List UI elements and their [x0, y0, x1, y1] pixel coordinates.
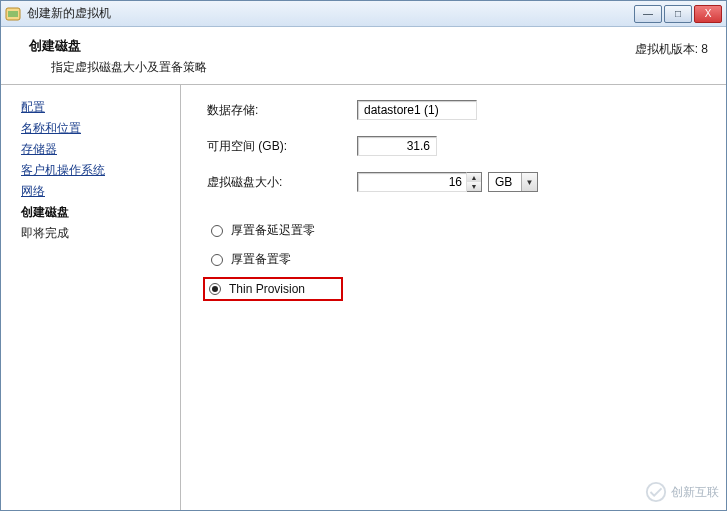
radio-dot-icon	[212, 286, 218, 292]
sidebar-item-ready-complete: 即将完成	[21, 223, 180, 244]
page-title: 创建磁盘	[29, 37, 207, 55]
radio-label-thick-eager: 厚置备置零	[231, 251, 291, 268]
radio-icon	[211, 254, 223, 266]
spin-down-icon[interactable]: ▼	[467, 182, 481, 191]
spin-up-icon[interactable]: ▲	[467, 173, 481, 182]
row-datastore: 数据存储: datastore1 (1)	[207, 99, 706, 121]
radio-label-thin: Thin Provision	[229, 282, 305, 296]
sidebar-item-guest-os[interactable]: 客户机操作系统	[21, 163, 105, 177]
radio-icon	[211, 225, 223, 237]
app-icon	[5, 6, 21, 22]
radio-label-thick-lazy: 厚置备延迟置零	[231, 222, 315, 239]
sidebar-item-name-location[interactable]: 名称和位置	[21, 121, 81, 135]
titlebar: 创建新的虚拟机 — □ X	[1, 1, 726, 27]
disksize-spinner[interactable]: 16 ▲ ▼	[357, 172, 482, 192]
svg-rect-1	[8, 11, 18, 17]
datastore-value: datastore1 (1)	[357, 100, 477, 120]
window-title: 创建新的虚拟机	[27, 5, 634, 22]
radio-thick-lazy[interactable]: 厚置备延迟置零	[207, 219, 706, 242]
disksize-value[interactable]: 16	[357, 172, 467, 192]
sidebar-item-network[interactable]: 网络	[21, 184, 45, 198]
row-disk-size: 虚拟磁盘大小: 16 ▲ ▼ GB ▼	[207, 171, 706, 193]
row-available-space: 可用空间 (GB): 31.6	[207, 135, 706, 157]
sidebar-item-storage[interactable]: 存储器	[21, 142, 57, 156]
disksize-unit-select[interactable]: GB ▼	[488, 172, 538, 192]
wizard-content: 数据存储: datastore1 (1) 可用空间 (GB): 31.6 虚拟磁…	[181, 85, 726, 510]
radio-thick-eager[interactable]: 厚置备置零	[207, 248, 706, 271]
sidebar-item-create-disk: 创建磁盘	[21, 202, 180, 223]
wizard-body: 配置 名称和位置 存储器 客户机操作系统 网络 创建磁盘 即将完成 数据存储: …	[1, 85, 726, 510]
radio-thin-provision[interactable]: Thin Provision	[203, 277, 343, 301]
dialog-window: 创建新的虚拟机 — □ X 创建磁盘 指定虚拟磁盘大小及置备策略 虚拟机版本: …	[0, 0, 727, 511]
minimize-button[interactable]: —	[634, 5, 662, 23]
window-controls: — □ X	[634, 5, 722, 23]
disksize-label: 虚拟磁盘大小:	[207, 174, 357, 191]
space-value: 31.6	[357, 136, 437, 156]
disksize-unit-value: GB	[489, 173, 521, 191]
maximize-button[interactable]: □	[664, 5, 692, 23]
page-subtitle: 指定虚拟磁盘大小及置备策略	[51, 59, 207, 76]
wizard-steps-sidebar: 配置 名称和位置 存储器 客户机操作系统 网络 创建磁盘 即将完成	[1, 85, 181, 510]
wizard-header: 创建磁盘 指定虚拟磁盘大小及置备策略 虚拟机版本: 8	[1, 27, 726, 85]
close-button[interactable]: X	[694, 5, 722, 23]
datastore-label: 数据存储:	[207, 102, 357, 119]
chevron-down-icon: ▼	[521, 173, 537, 191]
vm-version-label: 虚拟机版本: 8	[635, 37, 708, 58]
radio-icon	[209, 283, 221, 295]
sidebar-item-config[interactable]: 配置	[21, 100, 45, 114]
space-label: 可用空间 (GB):	[207, 138, 357, 155]
